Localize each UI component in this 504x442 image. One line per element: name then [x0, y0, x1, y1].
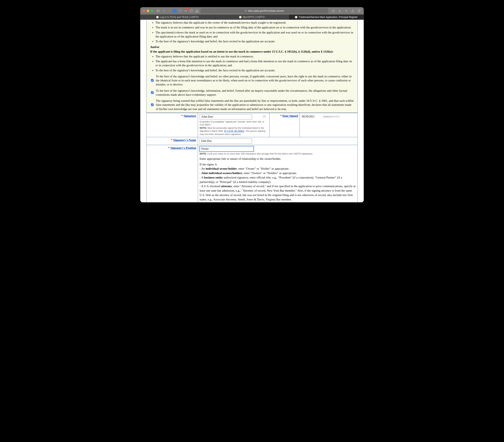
tabs-overview-icon[interactable] — [357, 9, 361, 13]
downloads-icon[interactable] — [338, 9, 342, 13]
address-text: teas.uspto.gov/forms/teas.service — [248, 9, 284, 12]
address-bar[interactable]: teas.uspto.gov/forms/teas.service — [200, 8, 328, 14]
signatory-name-label[interactable]: Signatory's Name — [173, 138, 196, 142]
declaration-list-intent: The signatory believes that the applican… — [150, 54, 354, 72]
minimize-icon[interactable] — [147, 10, 149, 12]
declaration-checkbox-3[interactable] — [151, 99, 154, 110]
favicon-icon — [239, 16, 241, 18]
signature-table: Signature Examples of acceptable "signat… — [146, 113, 358, 202]
svg-point-2 — [185, 11, 185, 11]
tab-label: Trademark/Service Mark Application, Prin… — [299, 16, 358, 18]
declaration-list-use: The signatory believes that the applican… — [150, 20, 354, 43]
position-note-label: NOTE: — [199, 153, 207, 155]
list-item: To the best of the signatory's knowledge… — [155, 39, 354, 43]
window-controls — [143, 10, 153, 12]
svg-point-4 — [186, 11, 187, 11]
sidebar-toggle-icon[interactable] — [156, 9, 161, 13]
signature-input[interactable] — [199, 114, 252, 119]
checkbox-text: The signatory being warned that willful … — [156, 99, 354, 111]
close-icon[interactable] — [143, 10, 145, 12]
date-signed-input[interactable] — [301, 114, 319, 119]
list-item: The mark is in use in commerce and was i… — [155, 25, 354, 29]
signature-label[interactable]: Signature — [184, 114, 196, 118]
share-icon[interactable] — [350, 9, 355, 13]
page-viewport: The signatory believes that the applican… — [140, 20, 364, 202]
tab-strip: Log in to TEAS and TEASi | USPTO MyUSPTO… — [140, 15, 364, 20]
list-item: The applicant has a bona fide intention … — [155, 59, 354, 68]
checkbox-text: To the best of the signatory's knowledge… — [156, 89, 354, 97]
svg-rect-0 — [157, 10, 160, 12]
browser-window: teas.uspto.gov/forms/teas.service Log in… — [140, 7, 364, 202]
svg-point-3 — [185, 11, 186, 11]
intent-heading: If the applicant is filing the applicati… — [150, 50, 333, 53]
checkbox-text: To the best of the signatory's knowledge… — [156, 74, 354, 87]
signatory-position-input[interactable] — [199, 146, 254, 152]
home-icon[interactable] — [195, 9, 199, 13]
privacy-shield-icon[interactable] — [178, 9, 182, 13]
list-item: The signatory believes that the applican… — [155, 20, 354, 25]
svg-rect-8 — [358, 10, 360, 12]
svg-point-10 — [264, 116, 264, 117]
svg-rect-5 — [245, 11, 246, 11]
declaration-checkbox-2[interactable] — [151, 89, 154, 96]
tab-label: Log in to TEAS and TEASi | USPTO — [160, 16, 198, 18]
browser-toolbar: teas.uspto.gov/forms/teas.service — [140, 7, 364, 15]
position-if: If the signer is — [199, 162, 356, 167]
list-item: The signatory believes that the applican… — [155, 54, 354, 58]
new-tab-icon[interactable] — [344, 9, 348, 13]
cfr-link[interactable]: 37 C.F.R. §2.193(a) — [224, 130, 244, 132]
back-icon[interactable] — [162, 9, 166, 13]
favicon-icon — [295, 16, 297, 18]
declaration-panel: The signatory believes that the applican… — [146, 20, 358, 113]
signatory-name-input[interactable] — [199, 138, 252, 144]
date-format-hint: (MM/DD/YYYY) — [323, 116, 340, 118]
favicon-icon — [156, 16, 159, 18]
maximize-icon[interactable] — [151, 10, 153, 12]
tab-login[interactable]: Log in to TEAS and TEASi | USPTO — [140, 15, 215, 20]
reload-icon[interactable] — [331, 9, 335, 13]
tracking-shield-icon[interactable] — [189, 9, 194, 13]
position-note-body: Limit your entry to no more than 150 cha… — [207, 153, 313, 155]
tab-label: MyUSPTO | USPTO — [243, 16, 265, 18]
list-item: The specimen(s) shows the mark as used o… — [155, 30, 354, 39]
position-instructions: Enter appropriate title or nature of rel… — [199, 157, 356, 202]
signatory-position-label[interactable]: Signatory's Position — [170, 146, 196, 150]
forward-icon[interactable] — [167, 9, 172, 13]
tab-myuspto[interactable]: MyUSPTO | USPTO — [215, 15, 289, 20]
sig-help-note-label: NOTE: — [199, 127, 207, 129]
list-item: To the best of the signatory's knowledge… — [155, 68, 354, 72]
extensions-icon[interactable] — [183, 9, 188, 13]
lock-icon — [245, 9, 247, 12]
andor-label: And/or — [150, 45, 160, 49]
adblock-icon[interactable] — [173, 9, 177, 13]
sig-help-examples: Examples of acceptable "signatures" incl… — [199, 120, 264, 126]
date-signed-label[interactable]: Date Signed — [282, 114, 298, 118]
position-intro: Enter appropriate title or nature of rel… — [199, 157, 356, 161]
contacts-icon[interactable] — [263, 115, 267, 119]
declaration-checkbox-1[interactable] — [151, 75, 154, 86]
tab-trademark-app[interactable]: Trademark/Service Mark Application, Prin… — [289, 15, 364, 20]
